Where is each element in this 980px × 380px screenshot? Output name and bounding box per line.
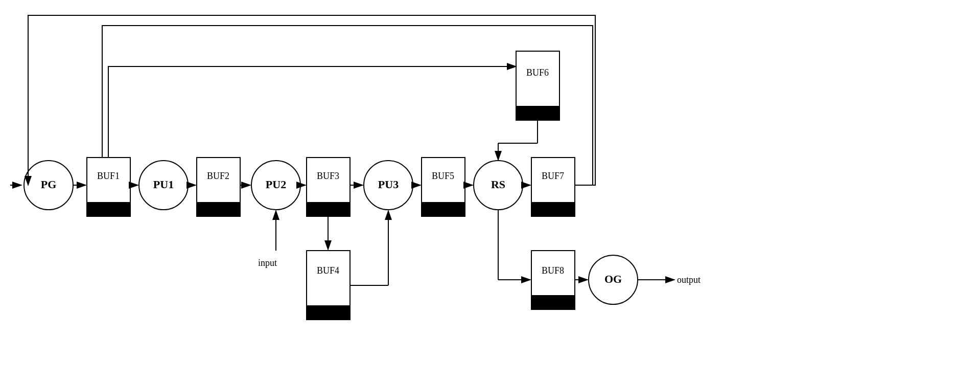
node-BUF4-fill <box>307 305 350 320</box>
node-BUF1-fill <box>87 202 130 216</box>
node-BUF5-label: BUF5 <box>432 171 454 181</box>
label-output: output <box>677 275 701 285</box>
node-BUF7-label: BUF7 <box>542 171 564 181</box>
node-BUF8-fill <box>531 295 575 309</box>
node-BUF7-fill <box>531 202 575 216</box>
node-BUF8-label: BUF8 <box>542 265 564 276</box>
node-PU2-label: PU2 <box>266 178 286 191</box>
node-BUF6-fill <box>516 106 559 120</box>
node-OG-label: OG <box>604 273 622 285</box>
node-PG-label: PG <box>41 178 57 191</box>
node-BUF3-fill <box>307 202 350 216</box>
node-BUF6-label: BUF6 <box>526 68 549 78</box>
node-BUF2-label: BUF2 <box>207 171 229 181</box>
label-input: input <box>258 258 277 268</box>
node-PU1-label: PU1 <box>153 178 174 191</box>
node-BUF4-label: BUF4 <box>317 265 339 276</box>
node-BUF3-label: BUF3 <box>317 171 339 181</box>
diagram-canvas: PG BUF1 PU1 BUF2 PU2 BUF3 BUF4 PU3 BUF5 … <box>0 0 980 380</box>
node-BUF1-label: BUF1 <box>97 171 120 181</box>
node-BUF2-fill <box>197 202 240 216</box>
node-PU3-label: PU3 <box>378 178 399 191</box>
node-RS-label: RS <box>491 178 505 191</box>
node-BUF5-fill <box>422 202 465 216</box>
